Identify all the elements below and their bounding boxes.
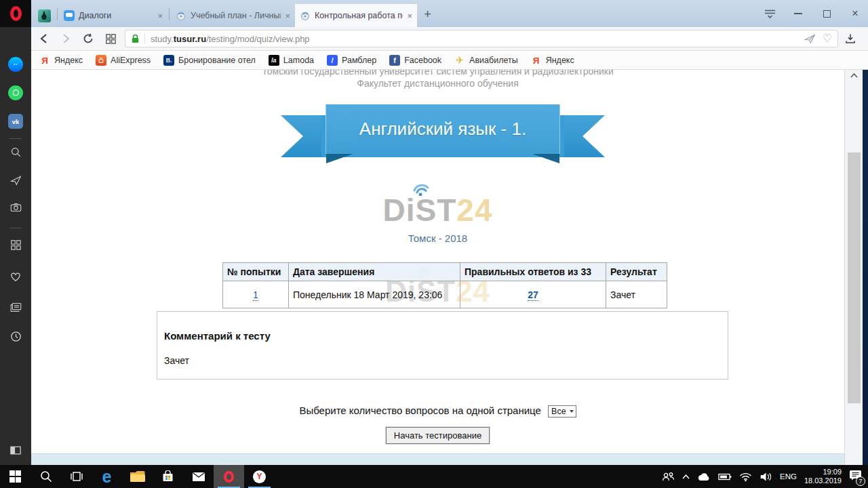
close-button[interactable]: ×	[849, 7, 861, 20]
tab-label: Учебный план - Личный	[191, 11, 281, 20]
tab-close-icon[interactable]: ×	[153, 11, 163, 21]
time: 19:09	[804, 468, 842, 476]
downloads-icon[interactable]	[845, 33, 856, 44]
vk-icon[interactable]: vk	[0, 114, 31, 129]
opera-menu-button[interactable]	[0, 0, 31, 27]
logo-text: DiST24	[31, 195, 844, 226]
scrollbar-thumb[interactable]	[848, 152, 861, 403]
tab-label: Диалоги	[79, 11, 111, 20]
hidden-icons-chevron-icon[interactable]	[682, 474, 690, 479]
comment-box: Комментарий к тесту Зачет	[157, 311, 728, 380]
people-icon[interactable]	[662, 472, 675, 482]
desktop-background-strip	[863, 70, 868, 465]
bookmark-yandex-2[interactable]: Я Яндекс	[531, 55, 574, 66]
back-icon[interactable]	[33, 29, 54, 48]
speed-dial-icon[interactable]	[100, 29, 121, 48]
start-button[interactable]	[0, 465, 31, 488]
mail-icon[interactable]	[183, 465, 214, 488]
page-scrollbar[interactable]	[844, 70, 863, 465]
col-date: Дата завершения	[289, 263, 460, 281]
url-text: study.tusur.ru/testing/mod/quiz/view.php	[151, 34, 799, 44]
dist-favicon-icon	[300, 10, 311, 21]
tab-close-icon[interactable]: ×	[281, 11, 290, 21]
bookmark-facebook[interactable]: f Facebook	[389, 55, 441, 66]
edge-icon[interactable]: e	[92, 465, 122, 488]
aliexpress-bag-icon	[96, 55, 106, 66]
messenger-icon[interactable]	[0, 57, 31, 72]
bookmark-lamoda[interactable]: la Lamoda	[269, 55, 314, 66]
personal-news-icon[interactable]	[0, 302, 31, 312]
bookmark-heart-icon[interactable]: ♡	[823, 33, 832, 44]
task-view-icon[interactable]	[61, 465, 92, 488]
file-explorer-icon[interactable]	[122, 465, 153, 488]
opera-sidebar: vk	[0, 27, 31, 465]
browser-toolbar: study.tusur.ru/testing/mod/quiz/view.php…	[31, 27, 868, 51]
my-flow-send-icon[interactable]	[804, 33, 816, 45]
snapshot-camera-icon[interactable]	[0, 203, 31, 212]
secure-lock-icon	[131, 34, 140, 44]
start-row: Начать тестирование	[31, 427, 844, 444]
bookmark-rambler[interactable]: / Рамблер	[327, 55, 376, 66]
maximize-button[interactable]	[821, 7, 833, 20]
divider	[9, 138, 22, 139]
bookmark-yandex[interactable]: Я Яндекс	[39, 55, 83, 66]
comment-title: Комментарий к тесту	[164, 330, 728, 342]
onedrive-cloud-icon[interactable]	[697, 472, 711, 481]
dist24-logo: DiST24	[31, 177, 844, 226]
action-center-icon[interactable]: 7	[849, 470, 862, 483]
start-test-button[interactable]: Начать тестирование	[386, 427, 490, 444]
tab-dialogs[interactable]: Диалоги ×	[59, 4, 167, 27]
microsoft-store-icon[interactable]	[153, 465, 183, 488]
yandex-browser-icon[interactable]: Y	[244, 465, 275, 488]
battery-icon[interactable]	[718, 473, 732, 481]
page-footer-band	[31, 453, 844, 465]
minimize-button[interactable]	[792, 7, 804, 20]
date: 18.03.2019	[804, 476, 842, 485]
wifi-icon[interactable]	[739, 472, 752, 482]
booking-icon: B.	[163, 55, 174, 66]
windows-logo-icon	[9, 470, 22, 483]
taskbar-search-icon[interactable]	[31, 465, 61, 488]
address-bar[interactable]: study.tusur.ru/testing/mod/quiz/view.php…	[125, 30, 838, 47]
sidebar-toggle-icon[interactable]	[0, 446, 31, 455]
new-tab-button[interactable]: +	[417, 7, 438, 27]
history-clock-icon[interactable]	[0, 331, 31, 342]
my-flow-icon[interactable]	[0, 175, 31, 186]
clock[interactable]: 19:09 18.03.2019	[804, 468, 842, 485]
volume-icon[interactable]	[760, 472, 772, 482]
bookmark-aviatickets[interactable]: ✈ Авиабилеты	[454, 55, 518, 66]
search-icon[interactable]	[0, 146, 31, 158]
bookmark-booking[interactable]: B. Бронирование отел	[163, 55, 256, 66]
yandex-icon: Я	[531, 55, 542, 66]
tab-test-active[interactable]: Контрольная работа по д ×	[295, 4, 417, 27]
tab-study-plan[interactable]: Учебный план - Личный ×	[171, 4, 295, 27]
tab-label: Контрольная работа по д	[315, 11, 403, 20]
opera-taskbar-icon[interactable]	[214, 465, 244, 488]
bookmarks-heart-icon[interactable]	[0, 271, 31, 282]
ribbon-fold	[532, 154, 559, 163]
reload-icon[interactable]	[78, 29, 98, 48]
tab-close-icon[interactable]: ×	[403, 11, 412, 21]
rambler-icon: /	[327, 55, 338, 66]
speed-dial-grid-icon[interactable]	[0, 240, 31, 250]
screen: Диалоги × Учебный план - Личный × Контро…	[0, 0, 868, 488]
attempt-link[interactable]: 1	[253, 289, 258, 301]
city-year: Томск - 2018	[31, 232, 844, 244]
scroll-up-icon[interactable]	[845, 73, 863, 78]
whatsapp-icon[interactable]	[0, 85, 31, 100]
window-controls: ×	[764, 0, 861, 27]
forward-icon[interactable]	[56, 29, 76, 48]
course-title: Английский язык - 1.	[359, 119, 526, 140]
system-tray: ENG 19:09 18.03.2019 7	[662, 465, 868, 488]
per-page-select[interactable]: Все	[548, 405, 576, 418]
bookmark-aliexpress[interactable]: AliExpress	[96, 55, 151, 66]
pinned-tab[interactable]	[33, 4, 56, 27]
language-indicator[interactable]: ENG	[780, 472, 797, 481]
tab-menu-icon[interactable]	[764, 7, 776, 20]
correct-answers-link[interactable]: 27	[528, 289, 538, 301]
address-bar-actions: ♡	[804, 33, 832, 45]
wifi-arcs-icon	[399, 177, 443, 196]
university-name: Томский государственный университет сист…	[31, 70, 844, 77]
tab-strip: Диалоги × Учебный план - Личный × Контро…	[33, 0, 438, 27]
attempts-table: № попытки Дата завершения Правильных отв…	[222, 262, 667, 308]
